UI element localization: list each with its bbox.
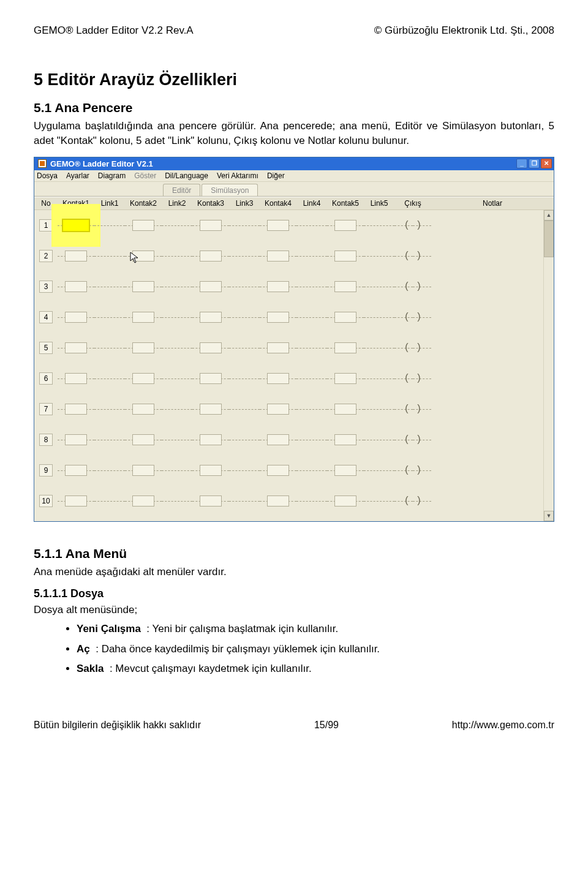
contact-box[interactable]: [334, 495, 356, 507]
output-cell[interactable]: ( ): [394, 455, 431, 486]
contact-box[interactable]: [65, 495, 87, 507]
coil-symbol[interactable]: ( ): [404, 373, 422, 384]
contact-box[interactable]: [267, 281, 289, 292]
contact-box[interactable]: [334, 342, 356, 353]
output-cell[interactable]: ( ): [394, 271, 431, 302]
tab-simulation[interactable]: Simülasyon: [202, 184, 258, 196]
contact-box[interactable]: [65, 404, 87, 415]
contact-box[interactable]: [65, 342, 87, 353]
contact-box[interactable]: [132, 281, 154, 292]
menu-diger[interactable]: Diğer: [267, 171, 285, 180]
contact-box[interactable]: [267, 220, 289, 231]
contact-box[interactable]: [267, 312, 289, 323]
contact-box[interactable]: [267, 342, 289, 353]
contact-cell[interactable]: [58, 271, 94, 302]
contact-box[interactable]: [132, 342, 154, 353]
contact-cell[interactable]: [192, 302, 229, 333]
contact-box[interactable]: [132, 434, 154, 445]
contact-cell[interactable]: [58, 455, 94, 486]
link-cell[interactable]: [94, 424, 125, 455]
link-cell[interactable]: [162, 241, 192, 271]
contact-box[interactable]: [267, 465, 289, 476]
link-cell[interactable]: [162, 271, 192, 302]
scroll-up-icon[interactable]: ▲: [544, 210, 554, 220]
contact-cell[interactable]: [327, 394, 364, 424]
contact-cell[interactable]: [260, 241, 296, 271]
contact-cell[interactable]: [327, 302, 364, 333]
output-cell[interactable]: ( ): [394, 424, 431, 455]
link-cell[interactable]: [296, 210, 327, 241]
contact-box[interactable]: [65, 434, 87, 445]
close-button[interactable]: ✕: [541, 159, 552, 168]
maximize-button[interactable]: ❐: [529, 159, 540, 168]
link-cell[interactable]: [364, 394, 394, 424]
menu-goster[interactable]: Göster: [134, 171, 156, 180]
contact-box[interactable]: [334, 251, 356, 262]
link-cell[interactable]: [94, 333, 125, 363]
link-cell[interactable]: [94, 271, 125, 302]
contact-cell[interactable]: [125, 210, 162, 241]
output-cell[interactable]: ( ): [394, 486, 431, 516]
contact-box[interactable]: [132, 373, 154, 384]
link-cell[interactable]: [229, 271, 260, 302]
contact-cell[interactable]: [58, 486, 94, 516]
contact-cell[interactable]: [125, 486, 162, 516]
contact-cell[interactable]: [192, 455, 229, 486]
contact-box[interactable]: [132, 312, 154, 323]
contact-box[interactable]: [334, 434, 356, 445]
contact-cell[interactable]: [192, 394, 229, 424]
contact-box[interactable]: [200, 312, 222, 323]
contact-cell[interactable]: [260, 302, 296, 333]
menu-veri[interactable]: Veri Aktarımı: [217, 171, 258, 180]
link-cell[interactable]: [296, 486, 327, 516]
contact-cell[interactable]: [260, 424, 296, 455]
contact-cell[interactable]: [192, 241, 229, 271]
tab-editor[interactable]: Editör: [163, 184, 200, 196]
contact-box[interactable]: [65, 373, 87, 384]
menu-diagram[interactable]: Diagram: [98, 171, 126, 180]
link-cell[interactable]: [364, 210, 394, 241]
contact-box[interactable]: [334, 220, 356, 231]
output-cell[interactable]: ( ): [394, 210, 431, 241]
contact-cell[interactable]: [260, 210, 296, 241]
contact-cell[interactable]: [192, 333, 229, 363]
contact-cell[interactable]: [260, 363, 296, 394]
link-cell[interactable]: [229, 363, 260, 394]
contact-box[interactable]: [200, 465, 222, 476]
contact-cell[interactable]: [260, 333, 296, 363]
contact-cell[interactable]: [192, 486, 229, 516]
link-cell[interactable]: [94, 486, 125, 516]
contact-box[interactable]: [65, 251, 87, 262]
menu-dosya[interactable]: Dosya: [37, 171, 58, 180]
contact-cell[interactable]: [125, 424, 162, 455]
link-cell[interactable]: [162, 363, 192, 394]
contact-cell[interactable]: [58, 302, 94, 333]
contact-cell[interactable]: [327, 333, 364, 363]
contact-cell[interactable]: [260, 271, 296, 302]
contact-box[interactable]: [62, 219, 90, 232]
contact-box[interactable]: [267, 373, 289, 384]
contact-box[interactable]: [267, 251, 289, 262]
link-cell[interactable]: [296, 302, 327, 333]
contact-box[interactable]: [65, 312, 87, 323]
contact-box[interactable]: [65, 281, 87, 292]
contact-cell[interactable]: [327, 455, 364, 486]
contact-box[interactable]: [200, 220, 222, 231]
link-cell[interactable]: [364, 333, 394, 363]
contact-box[interactable]: [132, 404, 154, 415]
contact-cell[interactable]: [260, 394, 296, 424]
contact-box[interactable]: [65, 465, 87, 476]
contact-cell[interactable]: [125, 333, 162, 363]
link-cell[interactable]: [94, 210, 125, 241]
coil-symbol[interactable]: ( ): [404, 220, 422, 231]
link-cell[interactable]: [162, 333, 192, 363]
contact-cell[interactable]: [125, 455, 162, 486]
scroll-thumb[interactable]: [544, 220, 554, 257]
contact-cell[interactable]: [260, 486, 296, 516]
link-cell[interactable]: [296, 333, 327, 363]
link-cell[interactable]: [364, 302, 394, 333]
link-cell[interactable]: [94, 363, 125, 394]
output-cell[interactable]: ( ): [394, 363, 431, 394]
contact-cell[interactable]: [327, 210, 364, 241]
contact-box[interactable]: [200, 373, 222, 384]
